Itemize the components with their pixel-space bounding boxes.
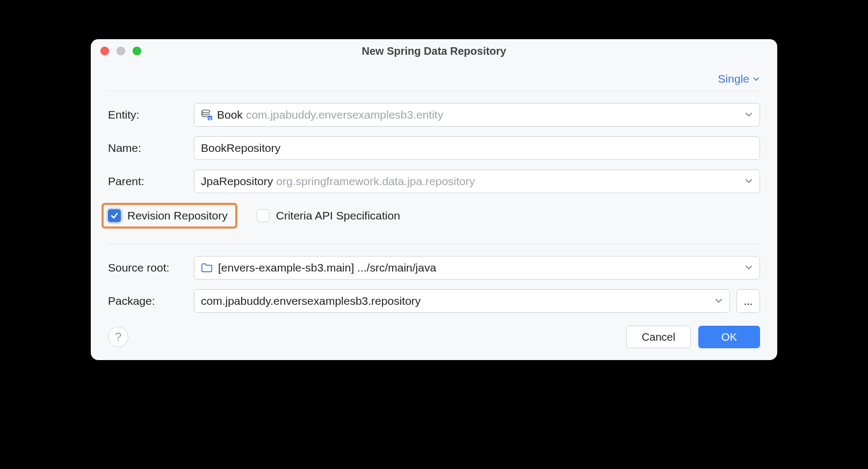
entity-label: Entity: xyxy=(108,108,194,121)
entity-row: Entity: Book com.jpabuddy.enversexamples… xyxy=(108,103,760,127)
entity-dropdown[interactable]: Book com.jpabuddy.enversexamplesb3.entit… xyxy=(194,103,760,127)
entity-class-icon xyxy=(201,109,213,121)
package-group: com.jpabuddy.enversexamplesb3.repository… xyxy=(194,289,760,313)
package-dropdown[interactable]: com.jpabuddy.enversexamplesb3.repository xyxy=(194,289,730,313)
footer-buttons: Cancel OK xyxy=(626,326,760,348)
revision-repository-item: Revision Repository xyxy=(108,209,228,222)
name-row: Name: xyxy=(108,136,760,160)
divider xyxy=(108,244,760,244)
ok-button[interactable]: OK xyxy=(698,326,760,348)
entity-value: Book xyxy=(217,108,243,121)
help-button[interactable]: ? xyxy=(108,327,128,347)
mode-label: Single xyxy=(718,72,749,85)
chevron-down-icon xyxy=(744,261,753,274)
name-label: Name: xyxy=(108,142,194,155)
parent-dropdown[interactable]: JpaRepository org.springframework.data.j… xyxy=(194,170,760,193)
browse-package-button[interactable]: ... xyxy=(736,289,760,313)
svg-rect-4 xyxy=(209,119,210,120)
package-label: Package: xyxy=(108,295,194,307)
folder-icon xyxy=(201,262,213,274)
dialog-window: New Spring Data Repository Single Entity… xyxy=(91,39,777,360)
criteria-api-checkbox[interactable] xyxy=(257,209,270,222)
package-value: com.jpabuddy.enversexamplesb3.repository xyxy=(201,295,421,307)
svg-rect-5 xyxy=(210,119,211,120)
source-root-label: Source root: xyxy=(108,261,194,274)
criteria-api-item: Criteria API Specification xyxy=(257,209,400,222)
svg-point-0 xyxy=(202,110,210,113)
traffic-lights xyxy=(100,47,141,55)
parent-package: org.springframework.data.jpa.repository xyxy=(276,175,475,188)
criteria-api-label: Criteria API Specification xyxy=(276,209,400,222)
source-root-value: [envers-example-sb3.main] .../src/main/j… xyxy=(218,261,436,274)
svg-rect-1 xyxy=(208,116,212,120)
svg-rect-2 xyxy=(209,118,210,119)
name-field-wrapper xyxy=(194,136,760,160)
cancel-button[interactable]: Cancel xyxy=(626,326,691,348)
chevron-down-icon xyxy=(714,295,723,307)
revision-repository-checkbox[interactable] xyxy=(108,209,121,222)
name-input[interactable] xyxy=(201,137,753,159)
checkmark-icon xyxy=(110,211,119,220)
mode-row: Single xyxy=(108,72,760,91)
dialog-footer: ? Cancel OK xyxy=(108,326,760,348)
parent-label: Parent: xyxy=(108,175,194,188)
chevron-down-icon xyxy=(744,175,753,188)
dialog-content: Single Entity: Book xyxy=(91,61,777,360)
checkbox-row: Revision Repository Criteria API Specifi… xyxy=(108,203,760,229)
chevron-down-icon xyxy=(753,75,760,83)
minimize-window-icon xyxy=(117,47,125,55)
mode-dropdown[interactable]: Single xyxy=(718,72,760,85)
revision-repository-highlight: Revision Repository xyxy=(102,203,237,229)
svg-rect-3 xyxy=(210,118,211,119)
parent-row: Parent: JpaRepository org.springframewor… xyxy=(108,170,760,193)
dialog-title: New Spring Data Repository xyxy=(91,45,777,57)
revision-repository-label: Revision Repository xyxy=(127,209,228,222)
package-row: Package: com.jpabuddy.enversexamplesb3.r… xyxy=(108,289,760,313)
chevron-down-icon xyxy=(744,108,753,121)
parent-value: JpaRepository xyxy=(201,175,273,188)
maximize-window-icon[interactable] xyxy=(133,47,141,55)
source-root-dropdown[interactable]: [envers-example-sb3.main] .../src/main/j… xyxy=(194,256,760,280)
titlebar: New Spring Data Repository xyxy=(91,39,777,61)
entity-package: com.jpabuddy.enversexamplesb3.entity xyxy=(246,108,443,121)
source-root-row: Source root: [envers-example-sb3.main] .… xyxy=(108,256,760,280)
close-window-icon[interactable] xyxy=(100,47,109,55)
